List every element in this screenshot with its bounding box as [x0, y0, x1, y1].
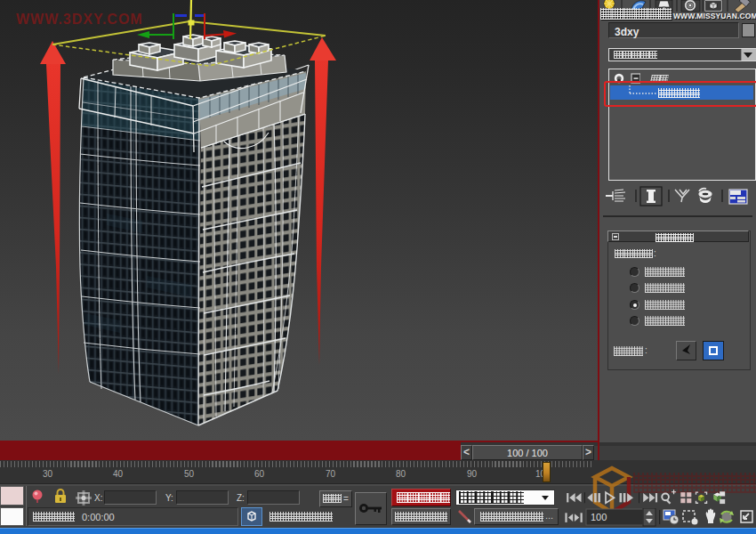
svg-text:100: 100 [591, 512, 607, 522]
